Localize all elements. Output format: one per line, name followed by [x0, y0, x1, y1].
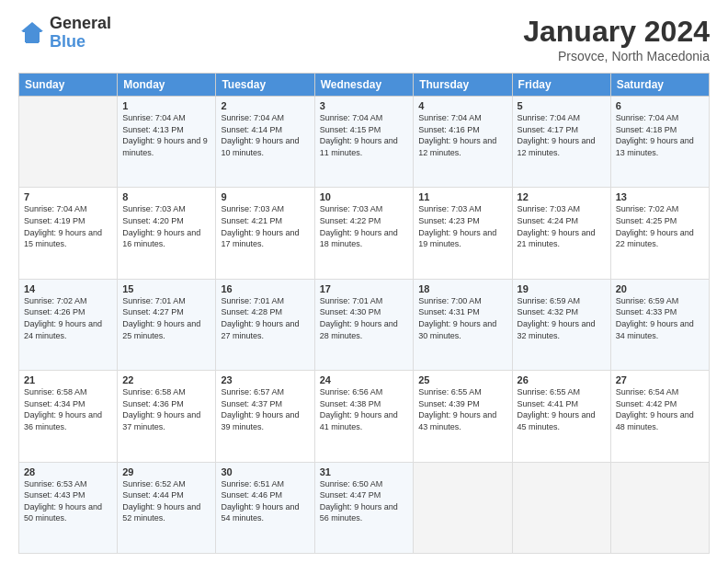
calendar-cell: 14Sunrise: 7:02 AMSunset: 4:26 PMDayligh… — [19, 279, 118, 370]
calendar-cell: 1Sunrise: 7:04 AMSunset: 4:13 PMDaylight… — [118, 97, 216, 188]
calendar-cell: 16Sunrise: 7:01 AMSunset: 4:28 PMDayligh… — [216, 279, 314, 370]
day-info: Sunrise: 6:54 AMSunset: 4:42 PMDaylight:… — [616, 386, 704, 432]
day-number: 1 — [122, 100, 210, 111]
day-info: Sunrise: 6:58 AMSunset: 4:36 PMDaylight:… — [122, 386, 210, 432]
logo-blue-text: Blue — [50, 33, 111, 52]
day-info: Sunrise: 6:52 AMSunset: 4:44 PMDaylight:… — [122, 478, 210, 524]
calendar-cell: 11Sunrise: 7:03 AMSunset: 4:23 PMDayligh… — [414, 188, 512, 279]
day-number: 31 — [320, 466, 409, 477]
day-info: Sunrise: 7:04 AMSunset: 4:15 PMDaylight:… — [320, 112, 409, 158]
day-number: 24 — [320, 374, 409, 385]
calendar-cell: 19Sunrise: 6:59 AMSunset: 4:32 PMDayligh… — [512, 279, 610, 370]
day-number: 16 — [221, 283, 309, 294]
calendar-cell: 29Sunrise: 6:52 AMSunset: 4:44 PMDayligh… — [118, 462, 216, 553]
day-number: 2 — [221, 100, 309, 111]
day-info: Sunrise: 6:51 AMSunset: 4:46 PMDaylight:… — [221, 478, 309, 524]
calendar-cell — [610, 462, 709, 553]
calendar-cell: 20Sunrise: 6:59 AMSunset: 4:33 PMDayligh… — [610, 279, 709, 370]
day-number: 18 — [418, 283, 506, 294]
calendar-week-5: 28Sunrise: 6:53 AMSunset: 4:43 PMDayligh… — [19, 462, 710, 553]
day-info: Sunrise: 7:04 AMSunset: 4:17 PMDaylight:… — [518, 112, 606, 158]
day-info: Sunrise: 6:58 AMSunset: 4:34 PMDaylight:… — [24, 386, 112, 432]
calendar-cell: 24Sunrise: 6:56 AMSunset: 4:38 PMDayligh… — [314, 371, 414, 462]
day-number: 7 — [24, 191, 112, 202]
day-info: Sunrise: 7:01 AMSunset: 4:27 PMDaylight:… — [122, 295, 210, 341]
day-info: Sunrise: 6:57 AMSunset: 4:37 PMDaylight:… — [221, 386, 309, 432]
day-number: 20 — [616, 283, 704, 294]
day-info: Sunrise: 7:03 AMSunset: 4:23 PMDaylight:… — [418, 203, 506, 249]
calendar-header-row: SundayMondayTuesdayWednesdayThursdayFrid… — [19, 74, 710, 97]
calendar-cell: 10Sunrise: 7:03 AMSunset: 4:22 PMDayligh… — [314, 188, 414, 279]
logo-text: General Blue — [50, 15, 111, 52]
day-info: Sunrise: 6:55 AMSunset: 4:39 PMDaylight:… — [418, 386, 506, 432]
day-info: Sunrise: 7:02 AMSunset: 4:26 PMDaylight:… — [24, 295, 112, 341]
day-number: 26 — [518, 374, 606, 385]
calendar-cell: 17Sunrise: 7:01 AMSunset: 4:30 PMDayligh… — [314, 279, 414, 370]
calendar-cell: 31Sunrise: 6:50 AMSunset: 4:47 PMDayligh… — [314, 462, 414, 553]
calendar-cell: 8Sunrise: 7:03 AMSunset: 4:20 PMDaylight… — [118, 188, 216, 279]
day-number: 27 — [616, 374, 704, 385]
calendar-week-2: 7Sunrise: 7:04 AMSunset: 4:19 PMDaylight… — [19, 188, 710, 279]
calendar-cell: 28Sunrise: 6:53 AMSunset: 4:43 PMDayligh… — [19, 462, 118, 553]
day-number: 4 — [418, 100, 506, 111]
day-number: 5 — [518, 100, 606, 111]
day-info: Sunrise: 7:04 AMSunset: 4:13 PMDaylight:… — [122, 112, 210, 158]
day-number: 6 — [616, 100, 704, 111]
calendar-cell: 4Sunrise: 7:04 AMSunset: 4:16 PMDaylight… — [414, 97, 512, 188]
calendar-cell: 21Sunrise: 6:58 AMSunset: 4:34 PMDayligh… — [19, 371, 118, 462]
calendar-header-tuesday: Tuesday — [216, 74, 314, 97]
day-number: 29 — [122, 466, 210, 477]
day-info: Sunrise: 7:01 AMSunset: 4:28 PMDaylight:… — [221, 295, 309, 341]
calendar-cell: 7Sunrise: 7:04 AMSunset: 4:19 PMDaylight… — [19, 188, 118, 279]
calendar-cell: 12Sunrise: 7:03 AMSunset: 4:24 PMDayligh… — [512, 188, 610, 279]
day-number: 8 — [122, 191, 210, 202]
day-number: 9 — [221, 191, 309, 202]
day-info: Sunrise: 7:00 AMSunset: 4:31 PMDaylight:… — [418, 295, 506, 341]
day-number: 15 — [122, 283, 210, 294]
day-number: 3 — [320, 100, 409, 111]
day-info: Sunrise: 7:04 AMSunset: 4:19 PMDaylight:… — [24, 203, 112, 249]
day-number: 11 — [418, 191, 506, 202]
calendar-header-friday: Friday — [512, 74, 610, 97]
day-info: Sunrise: 6:50 AMSunset: 4:47 PMDaylight:… — [320, 478, 409, 524]
day-info: Sunrise: 6:59 AMSunset: 4:32 PMDaylight:… — [518, 295, 606, 341]
day-info: Sunrise: 6:59 AMSunset: 4:33 PMDaylight:… — [616, 295, 704, 341]
calendar-cell — [512, 462, 610, 553]
day-info: Sunrise: 7:04 AMSunset: 4:14 PMDaylight:… — [221, 112, 309, 158]
day-info: Sunrise: 7:03 AMSunset: 4:22 PMDaylight:… — [320, 203, 409, 249]
calendar-header-monday: Monday — [118, 74, 216, 97]
day-info: Sunrise: 7:03 AMSunset: 4:24 PMDaylight:… — [518, 203, 606, 249]
calendar-header-sunday: Sunday — [19, 74, 118, 97]
page: General Blue January 2024 Prsovce, North… — [0, 0, 728, 563]
logo: General Blue — [18, 15, 111, 52]
day-info: Sunrise: 6:55 AMSunset: 4:41 PMDaylight:… — [518, 386, 606, 432]
calendar-cell — [414, 462, 512, 553]
day-number: 21 — [24, 374, 112, 385]
calendar-cell: 22Sunrise: 6:58 AMSunset: 4:36 PMDayligh… — [118, 371, 216, 462]
day-info: Sunrise: 6:53 AMSunset: 4:43 PMDaylight:… — [24, 478, 112, 524]
calendar-cell: 30Sunrise: 6:51 AMSunset: 4:46 PMDayligh… — [216, 462, 314, 553]
calendar-cell: 2Sunrise: 7:04 AMSunset: 4:14 PMDaylight… — [216, 97, 314, 188]
day-number: 30 — [221, 466, 309, 477]
day-number: 28 — [24, 466, 112, 477]
calendar-cell: 27Sunrise: 6:54 AMSunset: 4:42 PMDayligh… — [610, 371, 709, 462]
day-number: 10 — [320, 191, 409, 202]
day-number: 17 — [320, 283, 409, 294]
calendar-header-thursday: Thursday — [414, 74, 512, 97]
day-info: Sunrise: 7:01 AMSunset: 4:30 PMDaylight:… — [320, 295, 409, 341]
subtitle: Prsovce, North Macedonia — [523, 49, 710, 63]
calendar-cell: 13Sunrise: 7:02 AMSunset: 4:25 PMDayligh… — [610, 188, 709, 279]
calendar-table: SundayMondayTuesdayWednesdayThursdayFrid… — [18, 73, 710, 554]
day-info: Sunrise: 7:03 AMSunset: 4:21 PMDaylight:… — [221, 203, 309, 249]
day-info: Sunrise: 7:04 AMSunset: 4:16 PMDaylight:… — [418, 112, 506, 158]
header: General Blue January 2024 Prsovce, North… — [18, 15, 710, 63]
calendar-week-1: 1Sunrise: 7:04 AMSunset: 4:13 PMDaylight… — [19, 97, 710, 188]
title-block: January 2024 Prsovce, North Macedonia — [523, 15, 710, 63]
calendar-cell: 15Sunrise: 7:01 AMSunset: 4:27 PMDayligh… — [118, 279, 216, 370]
logo-general-text: General — [50, 15, 111, 33]
day-info: Sunrise: 6:56 AMSunset: 4:38 PMDaylight:… — [320, 386, 409, 432]
calendar-cell: 18Sunrise: 7:00 AMSunset: 4:31 PMDayligh… — [414, 279, 512, 370]
logo-icon — [18, 19, 46, 47]
day-number: 19 — [518, 283, 606, 294]
month-title: January 2024 — [523, 15, 710, 49]
